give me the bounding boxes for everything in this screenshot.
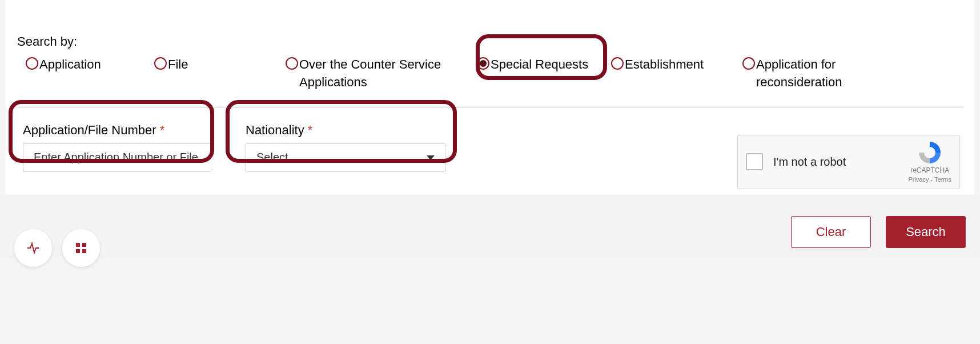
pulse-icon [26,241,40,255]
radio-option-establishment[interactable]: Establishment [611,56,742,74]
radio-label: File [168,56,188,74]
svg-rect-2 [76,249,80,253]
radio-option-application[interactable]: Application [26,56,154,74]
search-panel: Search by: Application File Over the Cou… [6,0,974,195]
radio-label: Over the Counter Service Applications [299,56,448,91]
divider [17,107,963,108]
radio-option-special-requests[interactable]: Special Requests [477,56,611,74]
required-asterisk: * [160,123,165,137]
required-asterisk: * [308,123,313,137]
search-by-label: Search by: [17,34,963,49]
radio-label: Establishment [625,56,704,74]
recaptcha-widget: I'm not a robot reCAPTCHA Privacy - Term… [737,135,960,189]
footer-circle-button-2[interactable] [62,229,100,267]
svg-rect-3 [82,249,86,253]
recaptcha-text: I'm not a robot [773,155,908,169]
search-button[interactable]: Search [886,216,966,248]
label-text: Nationality [246,123,304,137]
recaptcha-icon [917,140,942,165]
field-application-number: Application/File Number * [23,123,211,172]
field-label: Nationality * [246,123,445,138]
footer-circle-button-1[interactable] [14,229,52,267]
footer-actions: Clear Search [791,216,966,248]
recaptcha-checkbox[interactable] [746,153,763,170]
radio-icon [477,57,489,70]
radio-option-otc[interactable]: Over the Counter Service Applications [286,56,477,91]
footer-bar: Clear Search [0,195,980,258]
recaptcha-brand: reCAPTCHA [910,166,949,175]
recaptcha-branding: reCAPTCHA Privacy - Terms [908,140,951,183]
radio-icon [742,57,755,70]
field-nationality: Nationality * Select [246,123,445,172]
label-text: Application/File Number [23,123,156,137]
footer-left [14,213,100,251]
radio-icon [611,57,624,70]
radio-icon [286,57,298,70]
radio-option-file[interactable]: File [154,56,286,74]
application-number-input[interactable] [23,143,211,172]
radio-label: Application [39,56,101,74]
radio-icon [154,57,167,70]
svg-rect-1 [82,243,86,247]
radio-option-reconsideration[interactable]: Application for reconsideration [742,56,859,91]
svg-rect-0 [76,243,80,247]
grid-icon [75,242,87,254]
radio-group-search-by: Application File Over the Counter Servic… [26,56,963,91]
nationality-select[interactable]: Select [246,143,445,172]
radio-label: Application for reconsideration [756,56,859,91]
radio-label: Special Requests [491,56,588,74]
radio-icon [26,57,38,70]
field-label: Application/File Number * [23,123,211,138]
chevron-down-icon [427,155,435,160]
select-value: Select [256,151,288,164]
recaptcha-links[interactable]: Privacy - Terms [908,175,951,183]
clear-button[interactable]: Clear [791,216,871,248]
